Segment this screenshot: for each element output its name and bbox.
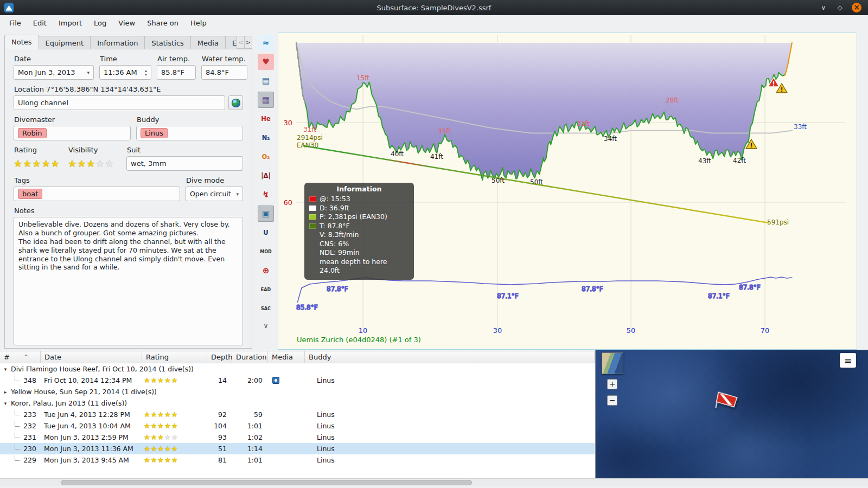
globe-icon bbox=[232, 99, 240, 107]
svg-text:85.8°F: 85.8°F bbox=[296, 304, 318, 311]
time-spinbox[interactable]: 11:36 AM ▴ ▾ bbox=[99, 65, 151, 80]
dive-duration: 1:14 bbox=[232, 445, 268, 453]
star-filled-icon: ★ bbox=[157, 445, 164, 452]
tab-media[interactable]: Media bbox=[190, 36, 226, 49]
dive-buddy: Linus bbox=[305, 456, 595, 464]
zoom-out-button[interactable]: − bbox=[607, 395, 617, 406]
map-menu-button[interactable]: ≡ bbox=[840, 353, 856, 368]
horizontal-scrollbar[interactable] bbox=[0, 478, 868, 486]
air-temp-input[interactable]: 85.8°F bbox=[157, 65, 196, 80]
dive-depth: 104 bbox=[207, 422, 232, 430]
tags-input[interactable]: boat bbox=[14, 187, 180, 201]
tab-equipment[interactable]: Equipment bbox=[39, 36, 91, 49]
divemaster-input[interactable]: Robin bbox=[14, 126, 131, 140]
notes-textarea[interactable]: Unbelievable dive. Dozens and dozens of … bbox=[14, 217, 243, 345]
column-header-date[interactable]: Date bbox=[41, 351, 142, 363]
tab-scroll-left-button[interactable]: < bbox=[237, 36, 245, 49]
o2-graph-icon[interactable]: O₂ bbox=[258, 149, 274, 165]
trip-row[interactable]: ▾Koror, Palau, Jun 2013 (11 dive(s)) bbox=[0, 397, 595, 409]
column-header-duration[interactable]: Duration bbox=[232, 351, 268, 363]
svg-text:42ft: 42ft bbox=[733, 157, 746, 164]
tab-information[interactable]: Information bbox=[90, 36, 145, 49]
column-label: Media bbox=[272, 353, 293, 361]
n2-graph-icon[interactable]: N₂ bbox=[258, 130, 274, 146]
location-input[interactable]: Ulong channel bbox=[14, 95, 225, 110]
column-header-depth[interactable]: Depth bbox=[207, 351, 232, 363]
chevron-right-icon[interactable]: ▸ bbox=[2, 389, 9, 395]
dive-duration: 1:01 bbox=[232, 422, 268, 430]
heart-rate-graph-icon[interactable]: ↯ bbox=[258, 187, 274, 203]
suit-input[interactable]: wet, 3mm bbox=[126, 156, 243, 171]
mod-icon[interactable]: MOD bbox=[258, 243, 274, 260]
dive-row[interactable]: 233Tue Jun 4, 2013 12:28 PM★★★★★9259Linu… bbox=[0, 409, 595, 420]
picture-profile-icon[interactable]: ▦ bbox=[258, 92, 274, 108]
column-label: Date bbox=[44, 353, 61, 361]
spin-down-icon[interactable]: ▾ bbox=[145, 73, 147, 76]
scrollbar-handle[interactable] bbox=[61, 480, 472, 485]
sac-icon[interactable]: SAC bbox=[258, 300, 274, 317]
dive-row[interactable]: 229Mon Jun 3, 2013 9:45 AM★★★★★811:01Lin… bbox=[0, 454, 595, 466]
dive-site-marker[interactable] bbox=[713, 388, 740, 414]
column-header-media[interactable]: Media bbox=[268, 351, 305, 363]
tab-notes[interactable]: Notes bbox=[4, 35, 39, 49]
close-button[interactable]: × bbox=[852, 3, 861, 12]
column-header-buddy[interactable]: Buddy bbox=[305, 351, 595, 363]
trip-label: Divi Flamingo House Reef, Fri Oct 10, 20… bbox=[11, 365, 194, 373]
globe-button[interactable] bbox=[228, 95, 243, 110]
he-graph-icon[interactable]: He bbox=[258, 111, 274, 127]
dive-row[interactable]: 230Mon Jun 3, 2013 11:36 AM★★★★★511:14Li… bbox=[0, 443, 595, 454]
column-header-num[interactable]: #^ bbox=[0, 351, 41, 363]
tab-scroll-right-button[interactable]: > bbox=[244, 36, 252, 49]
trip-row[interactable]: ▸Yellow House, Sun Sep 21, 2014 (1 dive(… bbox=[0, 386, 595, 397]
maximize-button[interactable]: ◇ bbox=[835, 4, 844, 11]
tank-bar-icon[interactable]: U bbox=[258, 224, 274, 241]
photos-icon[interactable]: ▣ bbox=[258, 206, 274, 222]
dive-row[interactable]: 231Mon Jun 3, 2013 2:59 PM★★★★★931:02Lin… bbox=[0, 432, 595, 443]
dive-date: Tue Jun 4, 2013 12:28 PM bbox=[41, 410, 142, 419]
buddy-label: Buddy bbox=[137, 115, 242, 124]
divemaster-tag[interactable]: Robin bbox=[18, 128, 47, 138]
ead-icon[interactable]: EAD bbox=[258, 281, 274, 298]
dive-mode-select[interactable]: Open circuit ▾ bbox=[186, 187, 243, 201]
trip-row[interactable]: ▾Divi Flamingo House Reef, Fri Oct 10, 2… bbox=[0, 363, 595, 375]
chevron-down-icon[interactable]: ▾ bbox=[2, 367, 9, 372]
buddy-tag[interactable]: Linus bbox=[141, 128, 168, 138]
rating-stars[interactable]: ★★★★★ bbox=[14, 156, 63, 171]
tree-branch bbox=[15, 455, 20, 461]
info-box-rows: @: 15:53D: 36.9ftP: 2,381psi (EAN30)T: 8… bbox=[309, 195, 409, 275]
deco-clock-icon[interactable]: ⊕ bbox=[258, 262, 274, 279]
profile-settings-icon[interactable]: ▤ bbox=[258, 73, 274, 89]
chevron-down-icon[interactable]: ▾ bbox=[2, 401, 9, 406]
toolbar-more-icon[interactable]: ∨ bbox=[263, 322, 269, 330]
map-widget[interactable]: + − ≡ bbox=[595, 350, 868, 478]
ceiling-icon[interactable]: |Δ| bbox=[258, 168, 274, 184]
column-label: Depth bbox=[211, 353, 233, 361]
menu-item-import[interactable]: Import bbox=[53, 17, 88, 29]
svg-text:87.1°F: 87.1°F bbox=[497, 292, 519, 300]
dive-number: 348 bbox=[23, 376, 41, 384]
water-temp-input[interactable]: 84.8°F bbox=[201, 65, 247, 80]
map-overview-thumbnail[interactable] bbox=[602, 352, 623, 374]
menu-item-edit[interactable]: Edit bbox=[27, 17, 53, 29]
visibility-stars[interactable]: ★★★★★ bbox=[68, 156, 122, 171]
column-header-rating[interactable]: Rating bbox=[142, 351, 207, 363]
minimize-button[interactable]: ∨ bbox=[819, 4, 828, 11]
dive-number-cell: 232 bbox=[0, 420, 41, 432]
menu-item-share-on[interactable]: Share on bbox=[141, 17, 184, 29]
tab-statistics[interactable]: Statistics bbox=[144, 36, 190, 49]
tag-chip[interactable]: boat bbox=[18, 189, 42, 199]
dive-row[interactable]: 232Tue Jun 4, 2013 10:04 AM★★★★★1041:01L… bbox=[0, 420, 595, 432]
zoom-in-button[interactable]: + bbox=[607, 379, 617, 389]
dive-row[interactable]: 348Fri Oct 10, 2014 12:34 PM★★★★★142:00L… bbox=[0, 375, 595, 386]
buddy-input[interactable]: Linus bbox=[136, 126, 243, 140]
dive-profile: 30601030507031ft2914psiEAN3015ft40ft41ft… bbox=[278, 33, 857, 350]
menu-item-view[interactable]: View bbox=[112, 17, 141, 29]
date-select[interactable]: Mon Jun 3, 2013 ▾ bbox=[14, 65, 94, 80]
menu-item-log[interactable]: Log bbox=[88, 17, 112, 29]
menu-item-file[interactable]: File bbox=[3, 17, 27, 29]
star-filled-icon: ★ bbox=[171, 445, 178, 452]
menu-item-help[interactable]: Help bbox=[184, 17, 213, 29]
heart-icon[interactable]: ♥ bbox=[258, 54, 274, 70]
star-filled-icon: ★ bbox=[164, 457, 171, 464]
dive-mode-icon[interactable]: ≈ bbox=[258, 35, 274, 51]
